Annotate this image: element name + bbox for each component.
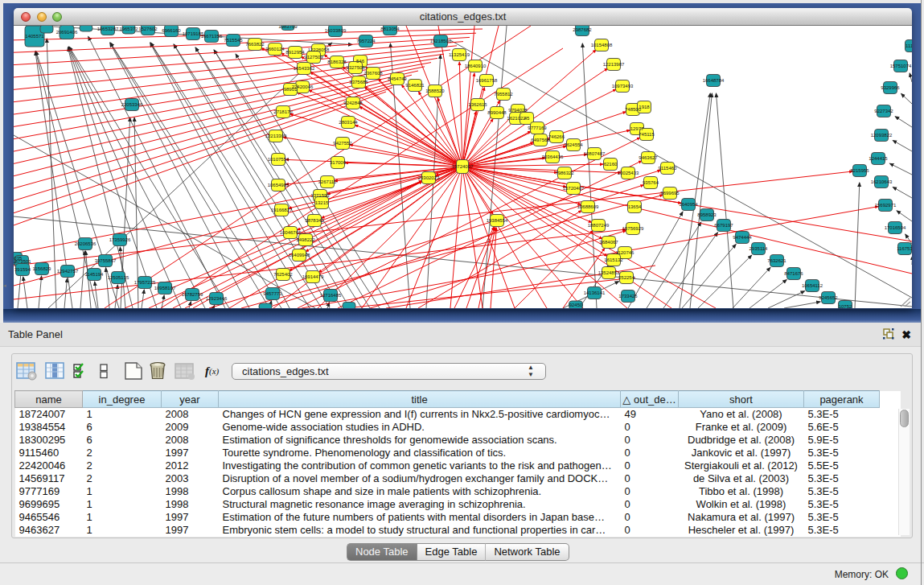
svg-text:546: 546: [356, 59, 365, 64]
svg-text:10154808: 10154808: [591, 43, 613, 47]
svg-text:20364436: 20364436: [542, 154, 564, 159]
svg-text:12505135: 12505135: [108, 275, 129, 280]
svg-text:12226058: 12226058: [308, 47, 330, 52]
svg-text:18807249: 18807249: [588, 223, 610, 228]
svg-text:8958923: 8958923: [697, 212, 717, 217]
svg-text:19218506: 19218506: [430, 39, 452, 43]
svg-text:1615132: 1615132: [604, 257, 623, 262]
svg-text:9463627: 9463627: [639, 155, 658, 160]
svg-text:1405571: 1405571: [25, 34, 44, 39]
svg-text:10958107: 10958107: [154, 286, 176, 290]
svg-text:8186328: 8186328: [327, 60, 347, 64]
svg-text:745115: 745115: [639, 132, 655, 137]
svg-text:9794028: 9794028: [508, 108, 528, 113]
svg-text:15751074: 15751074: [890, 64, 912, 68]
svg-text:20691406: 20691406: [56, 30, 78, 35]
svg-text:10653287: 10653287: [97, 27, 119, 31]
svg-text:11325419: 11325419: [449, 52, 470, 57]
svg-text:3267110: 3267110: [318, 179, 338, 184]
svg-text:12942757: 12942757: [57, 269, 79, 274]
svg-text:7663822: 7663822: [245, 42, 265, 47]
svg-text:17359926: 17359926: [109, 237, 131, 242]
svg-text:16961758: 16961758: [476, 78, 498, 83]
svg-text:9329966: 9329966: [881, 85, 900, 90]
svg-text:10752: 10752: [839, 304, 852, 308]
svg-text:8471676: 8471676: [784, 271, 803, 276]
svg-text:2718170: 2718170: [273, 109, 293, 114]
svg-text:6966160: 6966160: [162, 28, 181, 33]
svg-text:2987682: 2987682: [573, 27, 592, 32]
svg-text:18640910: 18640910: [465, 64, 487, 68]
svg-text:16033809: 16033809: [325, 28, 347, 33]
svg-text:9245652: 9245652: [819, 295, 838, 300]
svg-text:13654: 13654: [628, 204, 642, 209]
svg-text:98901: 98901: [284, 87, 298, 92]
svg-text:6497568: 6497568: [531, 138, 550, 142]
svg-text:9660124: 9660124: [265, 47, 285, 51]
svg-text:15720407: 15720407: [563, 186, 585, 191]
svg-text:17957225: 17957225: [134, 280, 156, 285]
svg-text:13215: 13215: [315, 200, 329, 205]
svg-text:3624554: 3624554: [564, 142, 583, 147]
svg-text:8813054: 8813054: [380, 27, 400, 31]
svg-text:92450: 92450: [569, 303, 583, 307]
svg-text:10025433: 10025433: [618, 171, 639, 175]
svg-text:12213309: 12213309: [265, 134, 287, 138]
svg-text:15692971: 15692971: [875, 203, 897, 208]
svg-text:8215955: 8215955: [850, 168, 869, 173]
svg-text:16543362: 16543362: [294, 66, 315, 71]
svg-text:9115460: 9115460: [659, 166, 678, 171]
svg-text:1983759: 1983759: [278, 26, 298, 29]
svg-text:19724007: 19724007: [452, 164, 474, 169]
svg-text:10654985: 10654985: [268, 183, 290, 187]
svg-text:8990448: 8990448: [487, 110, 507, 115]
svg-text:12093822: 12093822: [871, 133, 893, 138]
svg-text:116753: 116753: [897, 246, 912, 251]
svg-text:317006: 317006: [330, 160, 347, 165]
svg-text:9699695: 9699695: [660, 191, 680, 196]
svg-text:1362615: 1362615: [468, 102, 487, 107]
svg-text:13524851: 13524851: [598, 270, 620, 275]
svg-text:1640954: 1640954: [679, 202, 698, 207]
svg-text:20206536: 20206536: [75, 241, 97, 246]
svg-text:9457771: 9457771: [263, 291, 282, 296]
svg-text:7515545: 7515545: [224, 38, 243, 43]
svg-text:746266: 746266: [548, 134, 565, 139]
svg-text:19384554: 19384554: [487, 218, 508, 223]
svg-text:10046766: 10046766: [280, 230, 302, 235]
svg-text:16409948: 16409948: [289, 253, 310, 257]
svg-text:9327508: 9327508: [346, 65, 365, 70]
svg-text:62160: 62160: [604, 162, 618, 167]
svg-text:(x): (x): [209, 366, 220, 377]
svg-text:10107554: 10107554: [268, 157, 290, 162]
svg-text:7625402: 7625402: [273, 272, 293, 277]
svg-text:1371593: 1371593: [310, 193, 330, 198]
svg-text:9474444: 9474444: [733, 235, 752, 240]
svg-text:252254: 252254: [618, 275, 635, 280]
svg-text:12213987: 12213987: [603, 62, 625, 67]
svg-text:16648784: 16648784: [703, 78, 725, 83]
svg-text:7957224: 7957224: [356, 39, 376, 43]
svg-text:45: 45: [524, 116, 530, 121]
svg-text:10654112: 10654112: [802, 283, 823, 288]
svg-text:19166827: 19166827: [271, 208, 293, 212]
svg-text:15756929: 15756929: [622, 226, 644, 231]
svg-text:11123: 11123: [906, 43, 912, 48]
svg-text:10688609: 10688609: [577, 204, 599, 209]
svg-text:9227342: 9227342: [874, 109, 893, 113]
svg-text:1733426: 1733426: [618, 294, 638, 299]
svg-text:13716485: 13716485: [320, 293, 342, 298]
svg-text:8454749: 8454749: [388, 76, 407, 81]
svg-text:3375685: 3375685: [349, 80, 368, 84]
svg-text:1873501: 1873501: [14, 259, 31, 264]
svg-text:39755867: 39755867: [95, 258, 117, 263]
svg-text:10973493: 10973493: [612, 84, 634, 89]
svg-text:9146821: 9146821: [405, 83, 425, 88]
svg-text:9242848: 9242848: [343, 101, 363, 105]
svg-text:14136141: 14136141: [584, 290, 606, 295]
svg-text:9127509: 9127509: [304, 55, 323, 60]
svg-text:1145194: 1145194: [85, 272, 105, 277]
svg-text:12977: 12977: [630, 126, 644, 131]
svg-text:1498222: 1498222: [296, 237, 315, 242]
svg-text:8912954: 8912954: [285, 50, 305, 55]
